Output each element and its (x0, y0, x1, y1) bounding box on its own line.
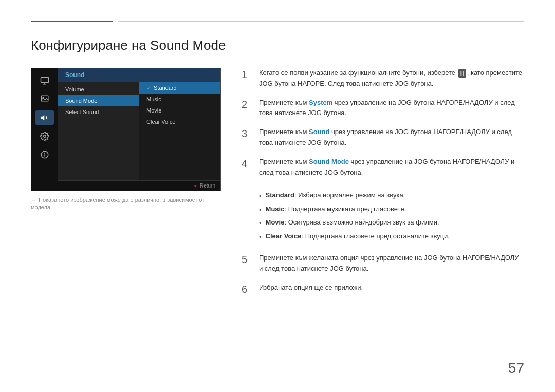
step-4-text: Преминете към Sound Mode чрез управление… (259, 157, 524, 178)
step-3-text: Преминете към Sound чрез управление на J… (259, 127, 524, 148)
note-text: －Показаното изображение може да е различ… (31, 196, 221, 210)
menu-icon-picture (35, 92, 54, 106)
bullet-dot-3: • (259, 218, 262, 229)
menu-item-select-sound[interactable]: Select Sound (58, 106, 139, 118)
menu-header: Sound (58, 68, 220, 82)
menu-icon-monitor (35, 73, 54, 88)
bullet-section: • Standard: Избира нормален режим на зву… (259, 186, 524, 245)
bullet-dot: • (259, 191, 262, 201)
menu-icon-settings (35, 129, 54, 143)
bullet-standard-bold: Standard (266, 191, 294, 199)
bullet-music-bold: Music (266, 205, 285, 213)
menu-sidebar (31, 68, 58, 191)
bullet-list: • Standard: Избира нормален режим на зву… (259, 190, 450, 245)
check-icon: ✓ (146, 85, 151, 91)
jog-icon: ||| (458, 69, 466, 77)
menu-main: Sound Volume Sound Mode Select Sound ✓ S… (58, 68, 220, 191)
submenu-item-music[interactable]: Music (139, 94, 220, 105)
picture-icon (40, 95, 49, 104)
step-2: 2 Преминете към System чрез управление н… (242, 98, 524, 119)
return-dot: ● (194, 183, 197, 189)
menu-item-sound-mode[interactable]: Sound Mode (58, 95, 139, 106)
submenu-item-movie[interactable]: Movie (139, 105, 220, 116)
step-3-number: 3 (242, 127, 252, 140)
right-panel: 1 Когато се появи указание за функционал… (242, 68, 524, 304)
bullet-clear-voice-bold: Clear Voice (266, 232, 302, 240)
bullet-clear-voice: • Clear Voice: Подчертава гласовете пред… (259, 231, 450, 242)
sound-icon (40, 113, 49, 122)
bullet-dot-4: • (259, 232, 262, 242)
top-line-light (118, 21, 524, 22)
step-4-bold: Sound Mode (309, 158, 349, 165)
menu-icon-info (35, 147, 54, 162)
bullet-movie-bold: Movie (266, 218, 285, 226)
step-6: 6 Избраната опция ще се приложи. (242, 283, 524, 296)
bullet-standard: • Standard: Избира нормален режим на зву… (259, 190, 450, 201)
step-6-text: Избраната опция ще се приложи. (259, 283, 363, 293)
svg-rect-3 (41, 96, 48, 101)
page-title: Конфигуриране на Sound Mode (31, 38, 524, 53)
step-5-text: Преминете към желаната опция чрез управл… (259, 253, 524, 274)
submenu-item-clear-voice[interactable]: Clear Voice (139, 116, 220, 127)
bullet-dot-2: • (259, 205, 262, 215)
top-decorative-lines (31, 21, 524, 22)
bullet-music: • Music: Подчертава музиката пред гласов… (259, 204, 450, 215)
step-2-text: Преминете към System чрез управление на … (259, 98, 524, 119)
step-2-bold: System (309, 99, 332, 106)
step-4: 4 Преминете към Sound Mode чрез управлен… (242, 157, 524, 178)
info-icon (40, 150, 49, 159)
step-3: 3 Преминете към Sound чрез управление на… (242, 127, 524, 148)
note-dash: － (31, 197, 36, 203)
top-line-dark (31, 21, 113, 22)
menu-submenu: ✓ Standard Music Movie Clear Voice (139, 82, 220, 180)
step-1-text: Когато се появи указание за функционални… (259, 68, 524, 89)
step-list: 1 Когато се появи указание за функционал… (242, 68, 524, 296)
tv-menu-screenshot: Sound Volume Sound Mode Select Sound ✓ S… (31, 68, 221, 191)
bullet-movie: • Movie: Осигурява възможно най-добрия з… (259, 217, 450, 229)
svg-marker-5 (41, 115, 45, 121)
svg-rect-0 (41, 77, 49, 83)
step-3-bold: Sound (309, 128, 329, 136)
menu-return-bar: ● Return (58, 180, 220, 191)
left-panel: Sound Volume Sound Mode Select Sound ✓ S… (31, 68, 221, 304)
tv-menu-inner: Sound Volume Sound Mode Select Sound ✓ S… (31, 68, 220, 191)
content-area: Sound Volume Sound Mode Select Sound ✓ S… (31, 68, 524, 304)
step-1: 1 Когато се появи указание за функционал… (242, 68, 524, 89)
submenu-item-standard[interactable]: ✓ Standard (139, 82, 220, 94)
step-2-number: 2 (242, 98, 252, 111)
step-4-number: 4 (242, 157, 252, 170)
step-1-number: 1 (242, 68, 252, 81)
step-6-number: 6 (242, 283, 252, 296)
page-number: 57 (508, 360, 524, 377)
menu-items: Volume Sound Mode Select Sound (58, 82, 139, 180)
svg-point-6 (44, 135, 46, 138)
menu-item-volume[interactable]: Volume (58, 84, 139, 95)
menu-icon-sound (35, 110, 54, 125)
page-container: Конфигуриране на Sound Mode (0, 0, 555, 392)
monitor-icon (40, 76, 49, 85)
step-5-number: 5 (242, 253, 252, 266)
step-5: 5 Преминете към желаната опция чрез упра… (242, 253, 524, 274)
return-label: Return (200, 183, 215, 189)
gear-icon (40, 132, 49, 141)
